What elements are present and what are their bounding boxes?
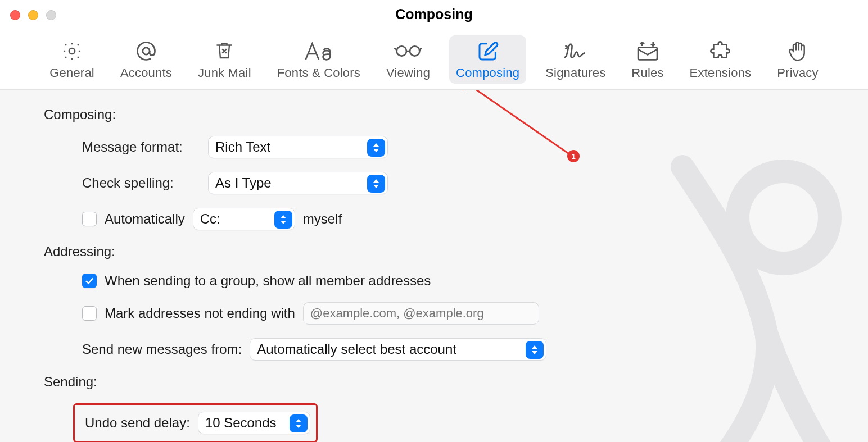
check-spelling-value: As I Type bbox=[215, 175, 272, 191]
group-show-all-label: When sending to a group, show all member… bbox=[105, 273, 431, 289]
tab-junk-mail[interactable]: Junk Mail bbox=[191, 35, 258, 84]
tab-general-label: General bbox=[49, 66, 94, 80]
group-show-all-checkbox[interactable] bbox=[82, 274, 97, 288]
tab-composing-label: Composing bbox=[456, 66, 519, 80]
close-window-button[interactable] bbox=[10, 10, 20, 20]
titlebar: Composing bbox=[0, 0, 868, 28]
fonts-icon bbox=[305, 40, 333, 62]
tab-extensions[interactable]: Extensions bbox=[683, 35, 758, 84]
svg-point-3 bbox=[410, 46, 419, 56]
undo-send-delay-select[interactable]: 10 Seconds bbox=[198, 412, 310, 434]
trash-icon bbox=[210, 40, 238, 62]
puzzle-icon bbox=[706, 40, 734, 62]
hand-icon bbox=[784, 40, 812, 62]
svg-rect-4 bbox=[638, 48, 657, 60]
tab-privacy[interactable]: Privacy bbox=[770, 35, 825, 84]
message-format-select[interactable]: Rich Text bbox=[208, 136, 388, 158]
stepper-icon bbox=[367, 175, 385, 193]
cc-bcc-select[interactable]: Cc: bbox=[193, 208, 295, 230]
stepper-icon bbox=[526, 341, 544, 359]
svg-point-1 bbox=[143, 48, 150, 54]
tab-signatures[interactable]: Signatures bbox=[539, 35, 612, 84]
check-spelling-select[interactable]: As I Type bbox=[208, 172, 388, 194]
undo-send-delay-label: Undo send delay: bbox=[85, 415, 190, 431]
svg-point-0 bbox=[69, 48, 75, 54]
tab-privacy-label: Privacy bbox=[777, 66, 819, 80]
glasses-icon bbox=[394, 40, 422, 62]
tab-fonts-colors-label: Fonts & Colors bbox=[277, 66, 360, 80]
preferences-content: Composing: Message format: Rich Text Che… bbox=[0, 90, 868, 442]
stepper-icon bbox=[367, 139, 385, 157]
tab-accounts-label: Accounts bbox=[120, 66, 172, 80]
signature-icon bbox=[562, 40, 590, 62]
stepper-icon bbox=[274, 211, 292, 229]
tab-extensions-label: Extensions bbox=[690, 66, 752, 80]
tab-viewing-label: Viewing bbox=[386, 66, 430, 80]
compose-icon bbox=[474, 40, 502, 62]
send-from-select[interactable]: Automatically select best account bbox=[250, 338, 546, 361]
mark-addresses-label: Mark addresses not ending with bbox=[105, 306, 295, 321]
tab-accounts[interactable]: Accounts bbox=[114, 35, 179, 84]
at-sign-icon bbox=[132, 40, 160, 62]
zoom-window-button[interactable] bbox=[46, 10, 56, 20]
section-addressing-title: Addressing: bbox=[44, 244, 824, 259]
tab-junk-mail-label: Junk Mail bbox=[198, 66, 251, 80]
automatically-label: Automatically bbox=[105, 211, 185, 227]
preferences-toolbar: General Accounts Junk Mail Fonts & Color… bbox=[0, 28, 868, 90]
tab-general[interactable]: General bbox=[43, 35, 101, 84]
rules-icon bbox=[634, 40, 662, 62]
gear-icon bbox=[58, 40, 86, 62]
stepper-icon bbox=[290, 414, 308, 432]
cc-bcc-value: Cc: bbox=[200, 211, 220, 227]
minimize-window-button[interactable] bbox=[28, 10, 38, 20]
mark-addresses-domains-input[interactable] bbox=[303, 302, 539, 325]
tab-fonts-colors[interactable]: Fonts & Colors bbox=[270, 35, 367, 84]
tab-viewing[interactable]: Viewing bbox=[379, 35, 437, 84]
tab-composing[interactable]: Composing bbox=[449, 35, 526, 84]
myself-label: myself bbox=[303, 211, 342, 227]
tab-signatures-label: Signatures bbox=[545, 66, 605, 80]
section-composing-title: Composing: bbox=[44, 107, 824, 122]
undo-send-highlight: Undo send delay: 10 Seconds bbox=[73, 403, 318, 442]
tab-rules[interactable]: Rules bbox=[625, 35, 670, 84]
svg-point-2 bbox=[397, 46, 406, 56]
check-spelling-label: Check spelling: bbox=[82, 175, 200, 191]
undo-send-delay-value: 10 Seconds bbox=[205, 415, 277, 431]
tab-rules-label: Rules bbox=[631, 66, 663, 80]
send-from-value: Automatically select best account bbox=[257, 341, 456, 357]
mark-addresses-checkbox[interactable] bbox=[82, 306, 97, 321]
send-from-label: Send new messages from: bbox=[82, 341, 242, 357]
message-format-label: Message format: bbox=[82, 139, 200, 155]
window-title: Composing bbox=[0, 6, 868, 22]
automatically-cc-checkbox[interactable] bbox=[82, 212, 97, 226]
message-format-value: Rich Text bbox=[215, 139, 270, 155]
section-sending-title: Sending: bbox=[44, 374, 824, 390]
traffic-lights bbox=[10, 10, 56, 20]
